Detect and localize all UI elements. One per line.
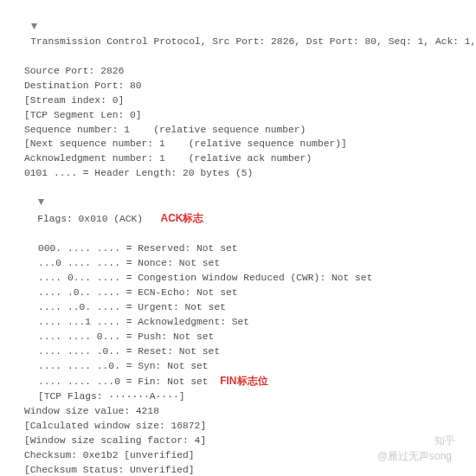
tcp-flags-summary[interactable]: [TCP Flags: ·······A····] (3, 389, 473, 404)
window-size[interactable]: Window size value: 4218 (3, 404, 473, 419)
calculated-window-size[interactable]: [Calculated window size: 16872] (3, 419, 473, 434)
flag-fin[interactable]: .... .... ...0 = Fin: Not set FIN标志位 (3, 373, 473, 389)
svg-marker-1 (38, 199, 44, 205)
collapse-icon[interactable] (37, 196, 45, 210)
header-length[interactable]: 0101 .... = Header Length: 20 bytes (5) (3, 166, 473, 181)
packet-detail-pane[interactable]: Transmission Control Protocol, Src Port:… (0, 0, 476, 476)
flag-cwr[interactable]: .... 0... .... = Congestion Window Reduc… (3, 271, 473, 286)
flags-row[interactable]: Flags: 0x010 (ACK) ACK标志 (3, 181, 473, 241)
window-scaling-factor[interactable]: [Window size scaling factor: 4] (3, 434, 473, 448)
annotation-ack: ACK标志 (161, 212, 204, 224)
flag-push[interactable]: .... .... 0... = Push: Not set (3, 330, 473, 344)
source-port[interactable]: Source Port: 2826 (3, 64, 473, 79)
checksum[interactable]: Checksum: 0xe1b2 [unverified] (3, 448, 473, 463)
annotation-fin: FIN标志位 (220, 375, 267, 387)
flag-reserved[interactable]: 000. .... .... = Reserved: Not set (3, 241, 473, 256)
flag-syn[interactable]: .... .... ..0. = Syn: Not set (3, 359, 473, 374)
stream-index[interactable]: [Stream index: 0] (3, 93, 473, 108)
tcp-segment-len[interactable]: [TCP Segment Len: 0] (3, 108, 473, 123)
sequence-number[interactable]: Sequence number: 1 (relative sequence nu… (3, 123, 473, 138)
flag-ack[interactable]: .... ...1 .... = Acknowledgment: Set (3, 315, 473, 330)
flag-reset[interactable]: .... .... .0.. = Reset: Not set (3, 344, 473, 359)
flags-title: Flags: 0x010 (ACK) (37, 214, 143, 224)
flag-urgent[interactable]: .... ..0. .... = Urgent: Not set (3, 300, 473, 315)
collapse-icon[interactable] (30, 20, 38, 35)
flag-ecn[interactable]: .... .0.. .... = ECN-Echo: Not set (3, 286, 473, 300)
checksum-status[interactable]: [Checksum Status: Unverified] (3, 463, 473, 476)
tcp-header-text: Transmission Control Protocol, Src Port:… (30, 36, 476, 47)
ack-number[interactable]: Acknowledgment number: 1 (relative ack n… (3, 151, 473, 166)
flag-nonce[interactable]: ...0 .... .... = Nonce: Not set (3, 256, 473, 271)
destination-port[interactable]: Destination Port: 80 (3, 79, 473, 93)
svg-marker-0 (31, 23, 37, 29)
tcp-header-row[interactable]: Transmission Control Protocol, Src Port:… (3, 5, 473, 64)
next-sequence-number[interactable]: [Next sequence number: 1 (relative seque… (3, 137, 473, 151)
